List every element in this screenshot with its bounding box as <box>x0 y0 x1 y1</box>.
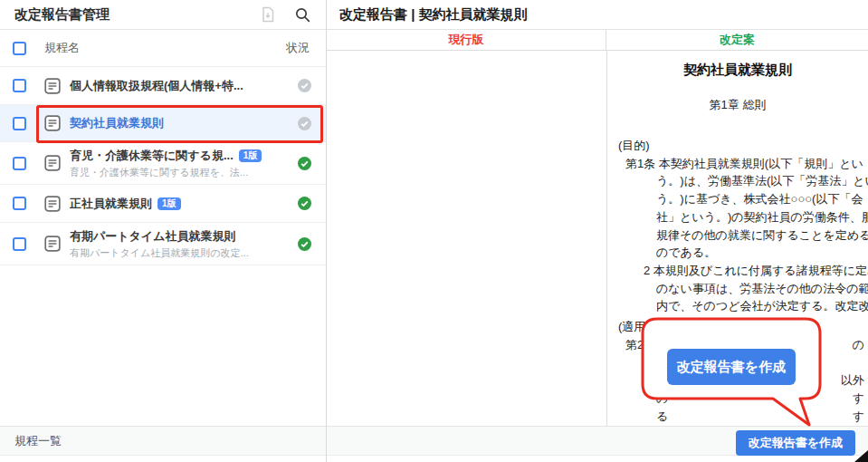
document-icon <box>44 115 61 131</box>
search-icon[interactable] <box>291 4 313 25</box>
document-line: のである。 <box>611 244 864 262</box>
list-item[interactable]: 育児・介護休業等に関する規...1版 育児・介護休業等に関する規程を、法... <box>0 142 326 185</box>
regulation-title: 個人情報取扱規程(個人情報+特... <box>70 78 243 94</box>
document-line: 社」という。)の契約社員の労働条件、服務 <box>611 208 864 226</box>
compare-header: 現行版 改定案 <box>327 30 868 51</box>
document-chapter: 第1章 総則 <box>611 97 864 113</box>
column-header-revised: 改定案 <box>606 30 868 50</box>
document-line: のす <box>611 390 864 408</box>
document-line: 規律その他の就業に関することを定めるも <box>611 226 864 245</box>
document-line: (目的) <box>611 137 864 155</box>
version-badge: 1版 <box>239 149 262 162</box>
select-all-checkbox[interactable] <box>13 42 26 55</box>
document-line: 第1条 本契約社員就業規則(以下「規則」とい <box>611 155 864 173</box>
page-title: 改定報告書 | 契約社員就業規則 <box>327 0 868 30</box>
column-header-status: 状況 <box>286 40 310 56</box>
regulation-subtitle: 育児・介護休業等に関する規程を、法... <box>70 166 298 179</box>
list-header: 規程名 状況 <box>0 30 326 67</box>
document-line: (適用範囲) <box>611 318 864 336</box>
regulation-title: 契約社員就業規則 <box>70 115 164 131</box>
column-header-name: 規程名 <box>44 40 80 56</box>
document-icon <box>44 155 61 171</box>
regulation-title: 育児・介護休業等に関する規... <box>70 148 234 164</box>
create-revision-report-button[interactable]: 改定報告書を作成 <box>736 430 855 456</box>
list-item[interactable]: 有期パートタイム社員就業規則 有期パートタイム社員就業規則の改定... <box>0 223 326 265</box>
document-title: 契約社員就業規則 <box>611 62 864 79</box>
export-document-icon[interactable] <box>257 4 279 25</box>
regulation-title: 正社員就業規則 <box>70 196 152 212</box>
document-line: う。)は、労働基準法(以下「労基法」とい <box>611 172 864 190</box>
status-check-icon <box>298 237 311 251</box>
row-checkbox[interactable] <box>13 237 26 251</box>
version-badge: 1版 <box>157 197 181 210</box>
column-header-current: 現行版 <box>327 30 606 50</box>
document-line: る。 <box>611 425 864 426</box>
list-item-selected[interactable]: 契約社員就業規則 <box>0 105 326 142</box>
status-check-icon <box>298 79 311 92</box>
list-item[interactable]: 個人情報取扱規程(個人情報+特... <box>0 67 326 105</box>
row-checkbox[interactable] <box>13 79 26 92</box>
sidebar-header: 改定報告書管理 <box>0 0 326 30</box>
row-checkbox[interactable] <box>13 197 26 210</box>
app-window: 改定報告書管理 規程名 状況 個人情報取扱規程(個人情報+特... <box>0 0 868 462</box>
regulation-subtitle: 有期パートタイム社員就業規則の改定... <box>70 246 298 260</box>
document-icon <box>44 196 61 212</box>
document-line: 内で、そのつど会社が決定する。改定改定 <box>611 297 864 315</box>
status-check-icon <box>298 157 311 170</box>
sidebar-title: 改定報告書管理 <box>14 6 257 24</box>
main-panel: 改定報告書 | 契約社員就業規則 現行版 改定案 契約社員就業規則 第1章 総則… <box>327 0 868 462</box>
sidebar: 改定報告書管理 規程名 状況 個人情報取扱規程(個人情報+特... <box>0 0 327 462</box>
main-footer: 改定報告書を作成 <box>327 426 868 456</box>
sidebar-footer-link[interactable]: 規程一覧 <box>0 426 326 456</box>
status-check-icon <box>298 117 311 130</box>
document-icon <box>44 78 61 94</box>
row-checkbox[interactable] <box>13 157 26 170</box>
list-item[interactable]: 正社員就業規則1版 <box>0 185 326 223</box>
document-line: う。)に基づき、株式会社○○○(以下「会 <box>611 190 864 208</box>
document-icon <box>44 236 61 252</box>
document-line: 2 本規則及びこれに付属する諸規程等に定め <box>611 262 864 280</box>
document-line: のない事項は、労基法その他の法令の範囲 <box>611 280 864 298</box>
regulation-title: 有期パートタイム社員就業規則 <box>70 228 236 245</box>
create-revision-report-button-callout[interactable]: 改定報告書を作成 <box>667 349 796 385</box>
status-check-icon <box>298 197 311 210</box>
document-line: るす <box>611 408 864 426</box>
row-checkbox[interactable] <box>13 117 26 130</box>
